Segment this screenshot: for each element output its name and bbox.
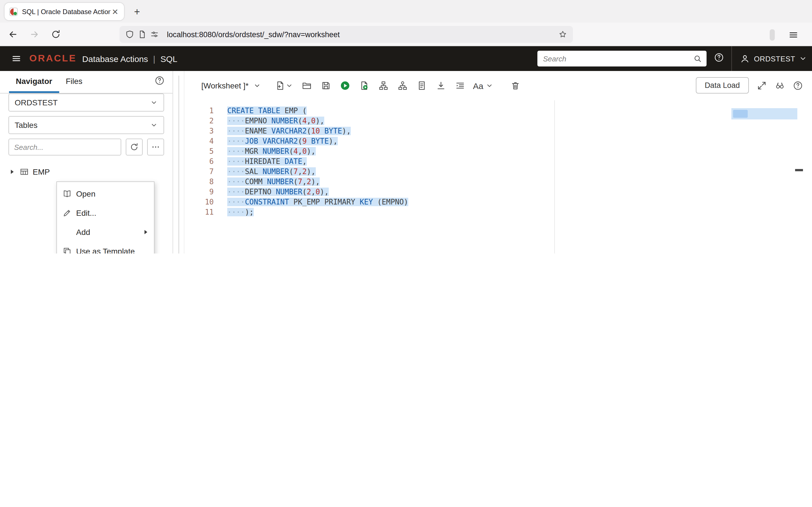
autotrace-icon[interactable] xyxy=(395,78,410,93)
code-line-3[interactable]: 3····ENAME VARCHAR2(10 BYTE), xyxy=(185,126,812,136)
tab-title: SQL | Oracle Database Actions xyxy=(22,8,111,15)
line-number: 5 xyxy=(185,147,214,157)
tree-caret-icon[interactable] xyxy=(8,168,16,176)
line-number: 4 xyxy=(185,136,214,147)
menu-icon[interactable] xyxy=(785,26,802,43)
format-icon[interactable] xyxy=(453,78,467,93)
global-search[interactable] xyxy=(538,51,707,66)
save-icon[interactable] xyxy=(319,78,333,93)
open-book-icon xyxy=(63,189,76,198)
line-number: 10 xyxy=(185,197,214,207)
schema-select[interactable]: ORDSTEST xyxy=(8,94,164,112)
search-icon[interactable] xyxy=(693,54,702,63)
menu-item-open[interactable]: Open xyxy=(57,184,154,203)
code-line-9[interactable]: 9····DEPTNO NUMBER(2,0), xyxy=(185,187,812,197)
code-line-10[interactable]: 10····CONSTRAINT PK_EMP PRIMARY KEY (EMP… xyxy=(185,197,812,207)
help-icon[interactable] xyxy=(154,75,165,86)
line-number: 1 xyxy=(185,106,214,116)
forward-icon[interactable] xyxy=(26,25,43,43)
shield-icon[interactable] xyxy=(125,30,134,39)
code-line-7[interactable]: 7····SAL NUMBER(7,2), xyxy=(185,167,812,177)
code-line-2[interactable]: 2····EMPNO NUMBER(4,0), xyxy=(185,116,812,126)
sidebar-search-row xyxy=(8,138,164,156)
refresh-icon[interactable] xyxy=(126,138,143,156)
line-number: 3 xyxy=(185,126,214,136)
sql-editor[interactable]: 1CREATE TABLE EMP (2····EMPNO NUMBER(4,0… xyxy=(185,100,812,253)
menu-item-label: Use as Template xyxy=(76,247,149,253)
object-type-select[interactable]: Tables xyxy=(8,116,164,134)
new-tab-button[interactable]: + xyxy=(130,4,144,19)
tab-navigator[interactable]: Navigator xyxy=(9,76,59,93)
menu-item-label: Add xyxy=(76,228,142,237)
worksheet-selector[interactable]: [Worksheet ]* xyxy=(201,81,261,90)
code-line-6[interactable]: 6····HIREDATE DATE, xyxy=(185,157,812,167)
clear-worksheet-icon[interactable] xyxy=(508,78,523,93)
user-icon xyxy=(740,54,750,64)
line-number: 9 xyxy=(185,187,214,197)
open-file-icon[interactable] xyxy=(299,78,314,93)
menu-item-add[interactable]: Add xyxy=(57,223,154,242)
object-tree: EMP xyxy=(8,166,172,178)
code-lines: 1CREATE TABLE EMP (2····EMPNO NUMBER(4,0… xyxy=(185,106,812,217)
username: ORDSTEST xyxy=(754,54,795,63)
object-type-value: Tables xyxy=(15,121,38,129)
run-script-icon[interactable] xyxy=(357,78,371,93)
bookmark-star-icon[interactable] xyxy=(558,30,567,39)
expand-icon[interactable] xyxy=(757,80,767,91)
submenu-arrow-icon xyxy=(142,228,149,236)
chevron-down-icon xyxy=(253,82,261,90)
editor-overview-highlight xyxy=(731,108,797,119)
app-name: SQL xyxy=(160,54,177,63)
context-menu: OpenEdit...AddUse as TemplateRESTData Lo… xyxy=(56,181,154,253)
page-icon[interactable] xyxy=(138,30,147,39)
more-options-icon[interactable] xyxy=(147,138,164,156)
explain-plan-icon[interactable] xyxy=(376,78,391,93)
back-icon[interactable] xyxy=(4,25,21,43)
permissions-icon[interactable] xyxy=(150,30,159,39)
reload-icon[interactable] xyxy=(47,25,64,43)
code-line-1[interactable]: 1CREATE TABLE EMP ( xyxy=(185,106,812,116)
code-line-4[interactable]: 4····JOB VARCHAR2(9 BYTE), xyxy=(185,136,812,147)
worksheet-toolbar: [Worksheet ]* xyxy=(185,71,812,100)
search-input[interactable] xyxy=(542,54,693,63)
help-icon[interactable] xyxy=(793,80,803,91)
close-icon[interactable]: ✕ xyxy=(111,6,119,17)
help-icon[interactable] xyxy=(714,52,724,62)
menu-item-use-as-template[interactable]: Use as Template xyxy=(57,242,154,253)
find-icon[interactable] xyxy=(775,80,785,91)
tree-item-emp[interactable]: EMP xyxy=(8,166,172,178)
chevron-down-icon xyxy=(150,99,158,107)
line-number: 7 xyxy=(185,167,214,177)
code-line-5[interactable]: 5····MGR NUMBER(4,0), xyxy=(185,147,812,157)
hamburger-icon[interactable] xyxy=(8,54,25,64)
code-line-11[interactable]: 11····); xyxy=(185,207,812,217)
font-size-button[interactable]: Aa xyxy=(472,81,495,91)
line-number: 11 xyxy=(185,207,214,217)
data-load-button[interactable]: Data Load xyxy=(696,77,749,94)
header-separator xyxy=(731,46,732,71)
run-statement-icon[interactable] xyxy=(338,78,352,93)
new-worksheet-icon[interactable] xyxy=(273,78,295,93)
browser-window: SQL | Oracle Database Actions ✕ + localh… xyxy=(0,0,812,253)
address-bar[interactable]: localhost:8080/ords/ordstest/_sdw/?nav=w… xyxy=(119,26,573,43)
template-copy-icon xyxy=(63,247,76,253)
chevron-down-icon xyxy=(799,55,807,62)
sidebar-search-input[interactable] xyxy=(8,138,121,156)
browser-tab[interactable]: SQL | Oracle Database Actions ✕ xyxy=(4,3,124,20)
edit-pencil-icon xyxy=(63,209,76,217)
menu-item-label: Edit... xyxy=(76,209,149,217)
menu-item-edit[interactable]: Edit... xyxy=(57,203,154,223)
sql-monitor-icon[interactable] xyxy=(414,78,429,93)
url-text[interactable]: localhost:8080/ords/ordstest/_sdw/?nav=w… xyxy=(167,30,558,39)
worksheet-toolbar-right: Data Load xyxy=(696,77,803,94)
worksheet-selector-label: [Worksheet ]* xyxy=(201,81,249,90)
sidebar-scrollbar[interactable] xyxy=(178,75,179,253)
tab-files[interactable]: Files xyxy=(59,76,89,93)
download-icon[interactable] xyxy=(434,78,448,93)
line-number: 6 xyxy=(185,157,214,167)
code-line-8[interactable]: 8····COMM NUMBER(7,2), xyxy=(185,177,812,187)
extension-icon[interactable] xyxy=(770,29,775,41)
line-number: 8 xyxy=(185,177,214,187)
user-menu[interactable]: ORDSTEST xyxy=(740,46,807,71)
product-name: Database Actions xyxy=(82,54,148,63)
